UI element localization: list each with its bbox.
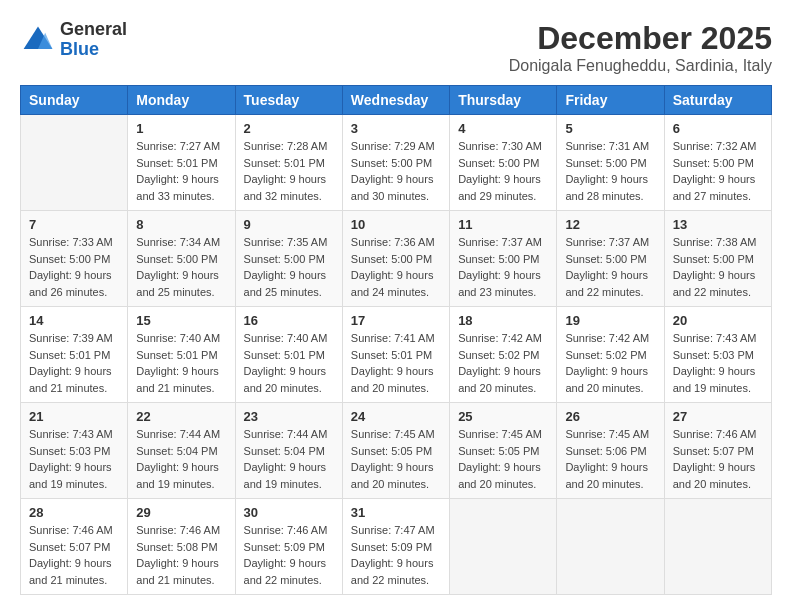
day-info: Sunrise: 7:46 AMSunset: 5:07 PMDaylight:… <box>29 522 119 588</box>
calendar-cell <box>450 499 557 595</box>
day-number: 13 <box>673 217 763 232</box>
calendar-cell: 9Sunrise: 7:35 AMSunset: 5:00 PMDaylight… <box>235 211 342 307</box>
calendar-col-header: Tuesday <box>235 86 342 115</box>
logo-text: General Blue <box>60 20 127 60</box>
day-info: Sunrise: 7:42 AMSunset: 5:02 PMDaylight:… <box>565 330 655 396</box>
calendar-cell: 25Sunrise: 7:45 AMSunset: 5:05 PMDayligh… <box>450 403 557 499</box>
calendar-cell: 10Sunrise: 7:36 AMSunset: 5:00 PMDayligh… <box>342 211 449 307</box>
day-number: 12 <box>565 217 655 232</box>
day-info: Sunrise: 7:37 AMSunset: 5:00 PMDaylight:… <box>458 234 548 300</box>
day-info: Sunrise: 7:42 AMSunset: 5:02 PMDaylight:… <box>458 330 548 396</box>
day-info: Sunrise: 7:27 AMSunset: 5:01 PMDaylight:… <box>136 138 226 204</box>
calendar-col-header: Monday <box>128 86 235 115</box>
day-info: Sunrise: 7:28 AMSunset: 5:01 PMDaylight:… <box>244 138 334 204</box>
day-info: Sunrise: 7:38 AMSunset: 5:00 PMDaylight:… <box>673 234 763 300</box>
day-number: 24 <box>351 409 441 424</box>
day-info: Sunrise: 7:46 AMSunset: 5:08 PMDaylight:… <box>136 522 226 588</box>
day-info: Sunrise: 7:41 AMSunset: 5:01 PMDaylight:… <box>351 330 441 396</box>
calendar-cell: 18Sunrise: 7:42 AMSunset: 5:02 PMDayligh… <box>450 307 557 403</box>
day-info: Sunrise: 7:46 AMSunset: 5:07 PMDaylight:… <box>673 426 763 492</box>
day-info: Sunrise: 7:37 AMSunset: 5:00 PMDaylight:… <box>565 234 655 300</box>
day-number: 27 <box>673 409 763 424</box>
day-number: 2 <box>244 121 334 136</box>
main-title: December 2025 <box>509 20 772 57</box>
calendar-table: SundayMondayTuesdayWednesdayThursdayFrid… <box>20 85 772 595</box>
calendar-cell: 2Sunrise: 7:28 AMSunset: 5:01 PMDaylight… <box>235 115 342 211</box>
day-info: Sunrise: 7:46 AMSunset: 5:09 PMDaylight:… <box>244 522 334 588</box>
day-number: 5 <box>565 121 655 136</box>
day-info: Sunrise: 7:47 AMSunset: 5:09 PMDaylight:… <box>351 522 441 588</box>
title-block: December 2025 Donigala Fenugheddu, Sardi… <box>509 20 772 75</box>
day-number: 3 <box>351 121 441 136</box>
calendar-cell: 30Sunrise: 7:46 AMSunset: 5:09 PMDayligh… <box>235 499 342 595</box>
calendar-col-header: Wednesday <box>342 86 449 115</box>
calendar-week-row: 21Sunrise: 7:43 AMSunset: 5:03 PMDayligh… <box>21 403 772 499</box>
calendar-cell: 4Sunrise: 7:30 AMSunset: 5:00 PMDaylight… <box>450 115 557 211</box>
day-info: Sunrise: 7:39 AMSunset: 5:01 PMDaylight:… <box>29 330 119 396</box>
day-info: Sunrise: 7:43 AMSunset: 5:03 PMDaylight:… <box>673 330 763 396</box>
calendar-col-header: Thursday <box>450 86 557 115</box>
day-number: 18 <box>458 313 548 328</box>
calendar-cell: 29Sunrise: 7:46 AMSunset: 5:08 PMDayligh… <box>128 499 235 595</box>
day-number: 8 <box>136 217 226 232</box>
calendar-cell: 7Sunrise: 7:33 AMSunset: 5:00 PMDaylight… <box>21 211 128 307</box>
day-number: 20 <box>673 313 763 328</box>
calendar-cell: 31Sunrise: 7:47 AMSunset: 5:09 PMDayligh… <box>342 499 449 595</box>
day-number: 25 <box>458 409 548 424</box>
day-info: Sunrise: 7:31 AMSunset: 5:00 PMDaylight:… <box>565 138 655 204</box>
day-number: 23 <box>244 409 334 424</box>
calendar-col-header: Saturday <box>664 86 771 115</box>
day-number: 30 <box>244 505 334 520</box>
day-number: 14 <box>29 313 119 328</box>
day-number: 21 <box>29 409 119 424</box>
day-info: Sunrise: 7:35 AMSunset: 5:00 PMDaylight:… <box>244 234 334 300</box>
calendar-cell: 12Sunrise: 7:37 AMSunset: 5:00 PMDayligh… <box>557 211 664 307</box>
day-info: Sunrise: 7:40 AMSunset: 5:01 PMDaylight:… <box>136 330 226 396</box>
page-header: General Blue December 2025 Donigala Fenu… <box>20 20 772 75</box>
day-number: 4 <box>458 121 548 136</box>
calendar-cell: 21Sunrise: 7:43 AMSunset: 5:03 PMDayligh… <box>21 403 128 499</box>
calendar-col-header: Sunday <box>21 86 128 115</box>
logo: General Blue <box>20 20 127 60</box>
calendar-cell: 16Sunrise: 7:40 AMSunset: 5:01 PMDayligh… <box>235 307 342 403</box>
calendar-cell: 17Sunrise: 7:41 AMSunset: 5:01 PMDayligh… <box>342 307 449 403</box>
day-number: 17 <box>351 313 441 328</box>
day-info: Sunrise: 7:45 AMSunset: 5:06 PMDaylight:… <box>565 426 655 492</box>
day-number: 6 <box>673 121 763 136</box>
logo-line2: Blue <box>60 40 127 60</box>
calendar-cell: 23Sunrise: 7:44 AMSunset: 5:04 PMDayligh… <box>235 403 342 499</box>
logo-line1: General <box>60 20 127 40</box>
day-info: Sunrise: 7:45 AMSunset: 5:05 PMDaylight:… <box>351 426 441 492</box>
calendar-cell: 8Sunrise: 7:34 AMSunset: 5:00 PMDaylight… <box>128 211 235 307</box>
calendar-cell: 28Sunrise: 7:46 AMSunset: 5:07 PMDayligh… <box>21 499 128 595</box>
calendar-cell: 20Sunrise: 7:43 AMSunset: 5:03 PMDayligh… <box>664 307 771 403</box>
day-info: Sunrise: 7:44 AMSunset: 5:04 PMDaylight:… <box>244 426 334 492</box>
day-number: 28 <box>29 505 119 520</box>
day-info: Sunrise: 7:33 AMSunset: 5:00 PMDaylight:… <box>29 234 119 300</box>
day-info: Sunrise: 7:32 AMSunset: 5:00 PMDaylight:… <box>673 138 763 204</box>
day-number: 9 <box>244 217 334 232</box>
calendar-cell: 1Sunrise: 7:27 AMSunset: 5:01 PMDaylight… <box>128 115 235 211</box>
day-number: 1 <box>136 121 226 136</box>
calendar-header-row: SundayMondayTuesdayWednesdayThursdayFrid… <box>21 86 772 115</box>
day-number: 10 <box>351 217 441 232</box>
calendar-cell: 5Sunrise: 7:31 AMSunset: 5:00 PMDaylight… <box>557 115 664 211</box>
calendar-cell: 14Sunrise: 7:39 AMSunset: 5:01 PMDayligh… <box>21 307 128 403</box>
calendar-cell: 22Sunrise: 7:44 AMSunset: 5:04 PMDayligh… <box>128 403 235 499</box>
calendar-col-header: Friday <box>557 86 664 115</box>
day-number: 31 <box>351 505 441 520</box>
day-info: Sunrise: 7:29 AMSunset: 5:00 PMDaylight:… <box>351 138 441 204</box>
calendar-cell <box>21 115 128 211</box>
day-number: 19 <box>565 313 655 328</box>
calendar-cell: 13Sunrise: 7:38 AMSunset: 5:00 PMDayligh… <box>664 211 771 307</box>
calendar-cell: 11Sunrise: 7:37 AMSunset: 5:00 PMDayligh… <box>450 211 557 307</box>
calendar-week-row: 14Sunrise: 7:39 AMSunset: 5:01 PMDayligh… <box>21 307 772 403</box>
day-number: 26 <box>565 409 655 424</box>
day-info: Sunrise: 7:36 AMSunset: 5:00 PMDaylight:… <box>351 234 441 300</box>
day-info: Sunrise: 7:34 AMSunset: 5:00 PMDaylight:… <box>136 234 226 300</box>
day-info: Sunrise: 7:40 AMSunset: 5:01 PMDaylight:… <box>244 330 334 396</box>
calendar-cell <box>557 499 664 595</box>
calendar-cell: 3Sunrise: 7:29 AMSunset: 5:00 PMDaylight… <box>342 115 449 211</box>
day-number: 29 <box>136 505 226 520</box>
day-number: 15 <box>136 313 226 328</box>
